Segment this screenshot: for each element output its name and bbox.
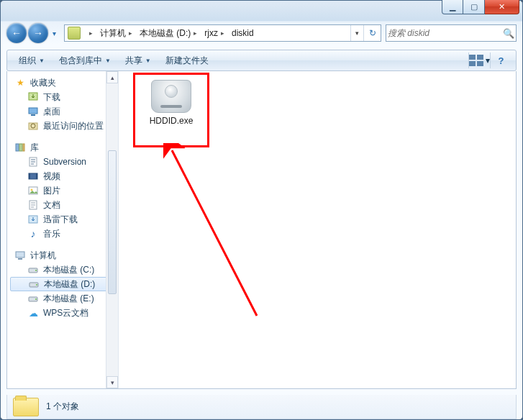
titlebar: ▁ ▢ ✕ — [1, 1, 522, 21]
tree-desktop[interactable]: 桌面 — [7, 104, 118, 119]
videos-icon — [27, 170, 39, 182]
breadcrumb-diskid[interactable]: diskid — [229, 25, 258, 41]
tree-favorites[interactable]: ★ 收藏夹 — [7, 76, 118, 90]
search-box[interactable]: 🔍 — [386, 24, 517, 42]
breadcrumb-label: rjxz — [204, 28, 218, 38]
chevron-down-icon: ▾ — [53, 29, 56, 37]
breadcrumb-label: diskid — [232, 28, 254, 38]
view-options-button[interactable]: ▾ — [468, 52, 490, 68]
navigation-bar: ← → ▾ ▸ 计算机▸ 本地磁盘 (D:)▸ rjxz▸ diskid ▾ ↻… — [6, 21, 517, 45]
tree-xunlei[interactable]: 迅雷下载 — [7, 212, 118, 227]
back-button[interactable]: ← — [6, 23, 27, 43]
tree-label: 最近访问的位置 — [43, 120, 104, 132]
new-folder-label: 新建文件夹 — [165, 55, 209, 67]
view-grid-icon — [469, 55, 483, 66]
close-icon: ✕ — [499, 2, 505, 12]
chevron-down-icon: ▾ — [355, 29, 359, 37]
desktop-icon — [27, 106, 39, 117]
music-icon: ♪ — [27, 228, 39, 239]
libraries-icon — [14, 142, 26, 153]
chevron-down-icon: ▼ — [105, 58, 111, 64]
tree-pictures[interactable]: 图片 — [7, 183, 118, 198]
scroll-down-button[interactable]: ▾ — [106, 376, 118, 388]
minimize-icon: ▁ — [450, 2, 455, 12]
search-input[interactable] — [386, 27, 501, 39]
history-dropdown[interactable]: ▾ — [48, 26, 60, 40]
back-arrow-icon: ← — [12, 27, 22, 39]
tree-drive-c[interactable]: 本地磁盘 (C:) — [7, 262, 118, 277]
address-dropdown[interactable]: ▾ — [350, 25, 363, 41]
forward-button[interactable]: → — [28, 23, 48, 43]
svg-rect-6 — [19, 144, 22, 151]
refresh-icon: ↻ — [369, 28, 376, 38]
tree-label: Subversion — [43, 157, 86, 167]
annotation-arrow-icon — [163, 143, 293, 330]
tree-label: 图片 — [43, 185, 60, 197]
tree-downloads[interactable]: 下载 — [7, 90, 118, 104]
documents-icon — [27, 199, 39, 211]
svg-point-19 — [35, 270, 37, 271]
maximize-icon: ▢ — [470, 2, 478, 12]
breadcrumb-drive-d[interactable]: 本地磁盘 (D:)▸ — [137, 25, 201, 41]
search-icon: 🔍 — [501, 28, 516, 39]
tree-computer[interactable]: 计算机 — [7, 248, 118, 262]
minimize-button[interactable]: ▁ — [442, 0, 463, 14]
tree-recent[interactable]: 最近访问的位置 — [7, 119, 118, 133]
share-label: 共享 — [125, 55, 142, 67]
exe-drive-icon — [151, 80, 191, 113]
svg-rect-1 — [29, 108, 37, 114]
organize-label: 组织 — [19, 55, 36, 67]
favorites-group: ★ 收藏夹 下载 桌面 最近访问的位置 — [7, 76, 118, 133]
tree-videos[interactable]: 视频 — [7, 169, 118, 183]
drive-icon — [27, 264, 39, 275]
svg-rect-17 — [18, 258, 22, 260]
tree-label: 音乐 — [43, 228, 60, 240]
scroll-thumb[interactable] — [108, 150, 117, 294]
chevron-right-icon: ▸ — [194, 29, 197, 37]
downloads-icon — [27, 91, 39, 103]
toolbar: 组织▼ 包含到库中▼ 共享▼ 新建文件夹 ▾ ? — [6, 50, 517, 71]
breadcrumb-rjxz[interactable]: rjxz▸ — [201, 25, 229, 41]
help-button[interactable]: ? — [490, 52, 511, 68]
new-folder-button[interactable]: 新建文件夹 — [158, 50, 216, 70]
file-item-hddid[interactable]: HDDID.exe — [139, 76, 204, 126]
tree-label: 计算机 — [30, 250, 56, 262]
tree-libraries[interactable]: 库 — [7, 140, 118, 155]
tree-wps-cloud[interactable]: ☁ WPS云文档 — [7, 306, 118, 320]
breadcrumb-label: 计算机 — [100, 27, 126, 40]
tree-drive-e[interactable]: 本地磁盘 (E:) — [7, 291, 118, 306]
tree-label: 库 — [30, 142, 39, 154]
svg-point-23 — [35, 298, 37, 300]
tree-label: 本地磁盘 (E:) — [43, 293, 94, 305]
tree-label: 迅雷下载 — [43, 214, 78, 226]
pictures-icon — [27, 185, 39, 196]
svg-rect-10 — [29, 173, 30, 179]
tree-label: 文档 — [43, 199, 60, 211]
chevron-down-icon: ▼ — [145, 58, 151, 64]
svg-rect-11 — [36, 173, 37, 179]
share-button[interactable]: 共享▼ — [118, 50, 158, 70]
scroll-up-button[interactable]: ▴ — [106, 71, 118, 83]
chevron-right-icon: ▸ — [89, 29, 93, 37]
breadcrumb-computer[interactable]: 计算机▸ — [97, 25, 137, 41]
computer-icon — [14, 250, 26, 261]
tree-music[interactable]: ♪ 音乐 — [7, 227, 118, 241]
organize-button[interactable]: 组织▼ — [12, 50, 52, 70]
navpane-scrollbar[interactable]: ▴ ▾ — [106, 71, 118, 388]
content-pane[interactable]: HDDID.exe — [119, 71, 516, 388]
breadcrumb-root[interactable]: ▸ — [83, 25, 97, 41]
close-button[interactable]: ✕ — [485, 0, 519, 14]
refresh-button[interactable]: ↻ — [363, 25, 381, 41]
tree-documents[interactable]: 文档 — [7, 198, 118, 212]
address-bar[interactable]: ▸ 计算机▸ 本地磁盘 (D:)▸ rjxz▸ diskid ▾ ↻ — [64, 24, 381, 42]
file-label: HDDID.exe — [139, 116, 204, 126]
nav-arrows: ← → ▾ — [6, 23, 60, 43]
maximize-button[interactable]: ▢ — [463, 0, 485, 14]
svg-line-24 — [172, 150, 257, 316]
tree-subversion[interactable]: Subversion — [7, 155, 118, 169]
status-folder-icon — [13, 398, 39, 416]
svg-point-21 — [36, 284, 37, 286]
tree-drive-d[interactable]: 本地磁盘 (D:) — [10, 277, 115, 291]
include-in-library-button[interactable]: 包含到库中▼ — [52, 50, 118, 70]
cloud-icon: ☁ — [27, 307, 39, 319]
